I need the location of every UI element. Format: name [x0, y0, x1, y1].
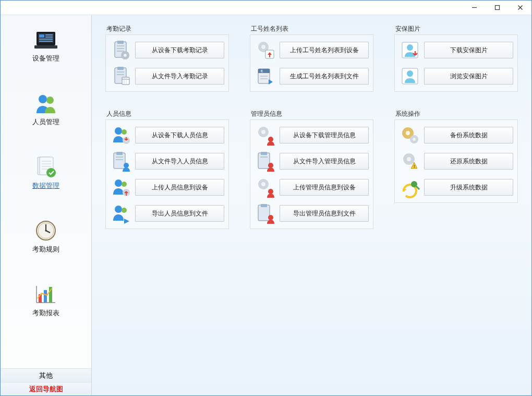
people-icon: [33, 92, 58, 114]
svg-rect-1: [495, 6, 499, 10]
action-row: 导出管理员信息到文件: [255, 202, 369, 224]
group-sysop: 系统操作 备份系统数据 ! 还原系统数据: [394, 110, 518, 229]
svg-point-68: [122, 182, 127, 187]
upload-personinfo-button[interactable]: 上传人员信息到设备: [135, 179, 224, 196]
svg-point-70: [115, 206, 122, 213]
action-row: 下载安保图片: [399, 39, 513, 61]
action-row: 浏览安保图片: [399, 65, 513, 87]
maximize-icon: [494, 5, 500, 10]
generate-idname-button[interactable]: 生成工号姓名列表到文件: [280, 68, 369, 85]
people-export-icon: [110, 202, 132, 224]
download-security-button[interactable]: 下载安保图片: [424, 42, 513, 58]
action-row: 升级系统数据: [399, 176, 513, 198]
close-button[interactable]: [509, 1, 531, 15]
sidebar-item-label: 设备管理: [32, 54, 59, 63]
action-row: 从文件导入考勤记录: [110, 65, 224, 87]
svg-rect-10: [39, 41, 53, 42]
upgrade-button[interactable]: 升级系统数据: [424, 179, 513, 196]
export-personinfo-button[interactable]: 导出人员信息到文件: [135, 205, 224, 222]
group-row: 考勤记录 从设备下载考勤记录 从文件导入考勤记录: [105, 25, 518, 92]
sidebar-footer: 其他 返回导航图: [1, 368, 91, 395]
footer-other-button[interactable]: 其他: [1, 368, 91, 382]
svg-point-86: [406, 131, 410, 135]
export-list-icon: 名: [255, 65, 276, 87]
svg-rect-62: [114, 153, 125, 169]
svg-rect-32: [117, 41, 124, 44]
avatar-download-icon: [399, 39, 421, 61]
export-admininfo-button[interactable]: 导出管理员信息到文件: [280, 205, 369, 222]
group-body: 从设备下载人员信息 从文件导入人员信息 上传人员信息: [105, 119, 229, 229]
sidebar-item-rule[interactable]: 考勤规则: [1, 220, 91, 254]
svg-rect-11: [34, 45, 57, 49]
maximize-button[interactable]: [486, 1, 509, 15]
svg-rect-42: [122, 77, 129, 85]
app-window: 设备管理 人员管理 数据管理: [0, 0, 532, 396]
import-admininfo-button[interactable]: 从文件导入管理员信息: [280, 153, 369, 170]
svg-point-57: [407, 70, 413, 77]
svg-point-47: [261, 45, 265, 49]
sidebar-item-data[interactable]: 数据管理: [1, 156, 91, 190]
import-personinfo-button[interactable]: 从文件导入人员信息: [135, 153, 224, 170]
clipboard-admin-icon: [255, 150, 276, 172]
main-panel: 考勤记录 从设备下载考勤记录 从文件导入考勤记录: [92, 15, 531, 395]
group-body: 备份系统数据 ! 还原系统数据 升级系统数据: [394, 119, 518, 203]
client-area: 设备管理 人员管理 数据管理: [1, 15, 531, 395]
download-attendance-button[interactable]: 从设备下载考勤记录: [135, 42, 224, 58]
action-row: ! 还原系统数据: [399, 150, 513, 172]
device-icon: [33, 29, 58, 51]
svg-point-80: [261, 182, 265, 186]
sidebar-item-report[interactable]: 考勤报表: [1, 283, 91, 318]
svg-rect-82: [258, 205, 270, 221]
svg-rect-8: [45, 37, 53, 38]
action-row: 上传工号姓名列表到设备: [255, 39, 369, 61]
footer-nav-button[interactable]: 返回导航图: [1, 382, 91, 395]
group-body: 从设备下载管理员信息 从文件导入管理员信息 上传管理: [250, 119, 373, 229]
gear-restore-icon: !: [399, 150, 421, 172]
minimize-button[interactable]: [463, 1, 486, 15]
gear-admin-download-icon: [255, 124, 276, 146]
svg-text:!: !: [414, 164, 415, 169]
group-title: 安保图片: [394, 25, 518, 33]
svg-point-78: [268, 163, 273, 168]
sidebar-scroll: 设备管理 人员管理 数据管理: [1, 15, 91, 368]
svg-rect-75: [258, 153, 270, 169]
sidebar-item-device[interactable]: 设备管理: [1, 29, 91, 63]
upload-admininfo-button[interactable]: 上传管理员信息到设备: [280, 179, 369, 196]
sidebar-item-person[interactable]: 人员管理: [1, 92, 91, 127]
download-admininfo-button[interactable]: 从设备下载管理员信息: [280, 127, 369, 143]
svg-text:名: 名: [260, 69, 263, 73]
group-title: 系统操作: [394, 110, 518, 118]
action-row: 导出人员信息到文件: [110, 202, 224, 224]
group-title: 管理员信息: [250, 110, 373, 118]
svg-point-88: [413, 138, 416, 141]
import-attendance-button[interactable]: 从文件导入考勤记录: [135, 68, 224, 85]
svg-point-81: [268, 189, 273, 194]
action-row: 从设备下载考勤记录: [110, 39, 224, 61]
svg-point-55: [407, 44, 413, 51]
gear-admin-upload-icon: [255, 176, 276, 198]
svg-point-59: [122, 129, 127, 135]
clock-icon: [33, 220, 58, 242]
svg-point-13: [46, 97, 54, 104]
action-row: 备份系统数据: [399, 124, 513, 146]
group-admininfo: 管理员信息 从设备下载管理员信息 从文件导入管理员信息: [250, 110, 373, 229]
browse-security-button[interactable]: 浏览安保图片: [424, 68, 513, 85]
sidebar-item-label: 数据管理: [32, 181, 59, 190]
action-row: 名 生成工号姓名列表到文件: [255, 65, 369, 87]
download-personinfo-button[interactable]: 从设备下载人员信息: [135, 127, 224, 143]
backup-button[interactable]: 备份系统数据: [424, 127, 513, 143]
upload-idname-button[interactable]: 上传工号姓名列表到设备: [280, 42, 369, 58]
svg-point-90: [407, 157, 411, 161]
clipboard-gear-icon: [110, 39, 132, 61]
people-gear-upload-icon: [110, 176, 132, 198]
action-row: 从文件导入人员信息: [110, 150, 224, 172]
group-attendance: 考勤记录 从设备下载考勤记录 从文件导入考勤记录: [105, 25, 229, 92]
svg-point-74: [268, 137, 273, 142]
close-icon: [517, 5, 523, 10]
restore-button[interactable]: 还原系统数据: [424, 153, 513, 170]
clipboard-calendar-icon: [110, 65, 132, 87]
svg-rect-6: [39, 34, 44, 38]
gear-backup-icon: [399, 124, 421, 146]
sidebar-item-label: 考勤规则: [32, 245, 59, 254]
group-title: 人员信息: [105, 110, 229, 118]
